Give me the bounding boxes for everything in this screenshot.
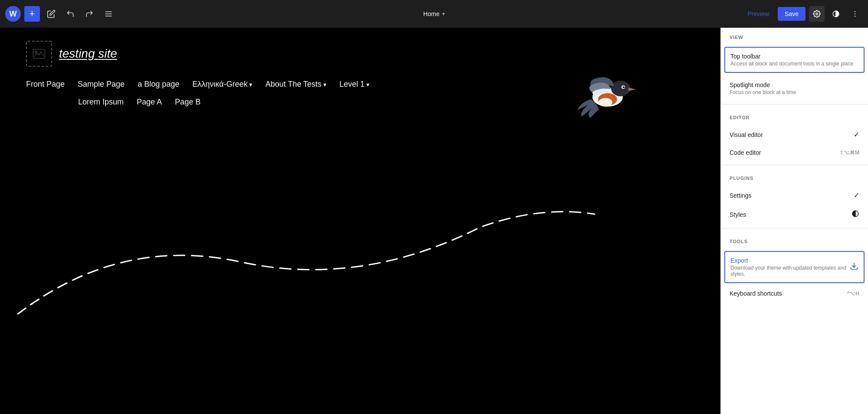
nav-item-blogpage[interactable]: a Blog page (138, 80, 179, 89)
main-area: testing site Front Page Sample Page a Bl… (0, 28, 868, 414)
spotlight-desc: Focus on one block at a time (730, 89, 859, 95)
svg-point-3 (816, 13, 818, 15)
canvas-decoration (0, 149, 720, 414)
code-editor-shortcut: ⇧⌥⌘M (839, 150, 859, 156)
download-icon (850, 262, 858, 272)
view-section: VIEW (721, 28, 868, 45)
editor-section: EDITOR (721, 108, 868, 125)
divider-1 (721, 104, 868, 104)
editor-section-label: EDITOR (730, 115, 859, 120)
code-editor-item[interactable]: Code editor ⇧⌥⌘M (721, 144, 868, 161)
visual-editor-item[interactable]: Visual editor ✓ (721, 125, 868, 144)
nav-item-samplepage[interactable]: Sample Page (78, 80, 125, 89)
plugins-section: PLUGINS (721, 169, 868, 186)
divider-3 (721, 228, 868, 228)
spotlight-title: Spotlight mode (730, 81, 859, 88)
chevron-down-icon: ▾ (442, 11, 445, 17)
svg-point-6 (855, 13, 855, 14)
redo-button[interactable] (82, 6, 97, 22)
nav-item-frontpage[interactable]: Front Page (26, 80, 65, 89)
more-menu-button[interactable] (847, 6, 863, 22)
svg-point-11 (611, 81, 630, 96)
top-toolbar-title: Top toolbar (730, 53, 858, 60)
keyboard-shortcuts-item[interactable]: Keyboard shortcuts ^⌥H (721, 285, 868, 302)
export-content: Export Download your theme with updated … (730, 257, 850, 277)
svg-point-5 (855, 11, 855, 12)
chevron-down-icon: ▾ (323, 81, 326, 88)
canvas: testing site Front Page Sample Page a Bl… (0, 28, 720, 414)
chevron-down-icon: ▾ (249, 81, 252, 88)
settings-checkmark-icon: ✓ (854, 191, 859, 199)
styles-item[interactable]: Styles (721, 205, 868, 225)
undo-button[interactable] (62, 6, 78, 22)
page-title-dropdown[interactable]: Home ▾ (423, 10, 444, 17)
bird-illustration (573, 62, 642, 119)
right-panel: VIEW Top toolbar Access all block and do… (720, 28, 868, 414)
svg-point-14 (623, 86, 625, 88)
tools-section-label: TOOLS (730, 239, 859, 244)
checkmark-icon: ✓ (854, 130, 859, 139)
styles-content: Styles (730, 211, 852, 218)
pen-button[interactable] (43, 6, 59, 22)
settings-button[interactable] (809, 6, 825, 22)
tools-section: TOOLS (721, 232, 868, 249)
preview-button[interactable]: Preview (742, 8, 774, 20)
code-editor-content: Code editor (730, 149, 839, 156)
nav-item-level1[interactable]: Level 1 ▾ (339, 80, 369, 89)
visual-editor-title: Visual editor (730, 131, 854, 138)
chevron-down-icon: ▾ (366, 81, 369, 88)
keyboard-shortcuts-content: Keyboard shortcuts (730, 290, 847, 297)
divider-2 (721, 165, 868, 165)
nav-item-greek[interactable]: Ελληνικά-Greek ▾ (192, 80, 252, 89)
nav-sub-loremipsum[interactable]: Lorem Ipsum (78, 98, 124, 107)
settings-item[interactable]: Settings ✓ (721, 186, 868, 205)
styles-icon (852, 210, 859, 219)
styles-title: Styles (730, 211, 852, 218)
spotlight-content: Spotlight mode Focus on one block at a t… (730, 81, 859, 95)
top-toolbar: W + Home ▾ Preview Save (0, 0, 868, 28)
svg-rect-8 (33, 49, 45, 59)
nav-item-abouttests[interactable]: About The Tests ▾ (265, 80, 326, 89)
export-desc: Download your theme with updated templat… (730, 265, 850, 277)
site-name: testing site (59, 47, 117, 61)
settings-title: Settings (730, 192, 854, 199)
nav-sub-pageb[interactable]: Page B (175, 98, 201, 107)
spotlight-mode-item[interactable]: Spotlight mode Focus on one block at a t… (721, 76, 868, 101)
list-view-button[interactable] (101, 6, 116, 22)
svg-point-9 (35, 51, 37, 53)
plugins-section-label: PLUGINS (730, 176, 859, 181)
export-title: Export (730, 257, 850, 264)
keyboard-shortcuts-shortcut: ^⌥H (847, 290, 859, 297)
nav-sub-pagea[interactable]: Page A (137, 98, 162, 107)
code-editor-title: Code editor (730, 149, 839, 156)
keyboard-shortcuts-title: Keyboard shortcuts (730, 290, 847, 297)
svg-point-16 (598, 98, 612, 107)
save-button[interactable]: Save (778, 7, 806, 21)
site-logo (26, 41, 52, 67)
toolbar-right: Preview Save (742, 6, 863, 22)
top-toolbar-item[interactable]: Top toolbar Access all block and documen… (724, 47, 865, 73)
contrast-button[interactable] (828, 6, 844, 22)
svg-point-15 (624, 86, 625, 87)
view-section-label: VIEW (730, 35, 859, 40)
svg-point-7 (855, 16, 855, 16)
visual-editor-content: Visual editor (730, 131, 854, 138)
top-toolbar-content: Top toolbar Access all block and documen… (730, 53, 858, 67)
settings-content: Settings (730, 192, 854, 199)
page-title: Home (423, 10, 439, 17)
wp-logo[interactable]: W (5, 6, 21, 22)
export-item[interactable]: Export Download your theme with updated … (724, 251, 865, 283)
top-toolbar-desc: Access all block and document tools in a… (730, 61, 858, 67)
add-block-button[interactable]: + (24, 6, 40, 22)
